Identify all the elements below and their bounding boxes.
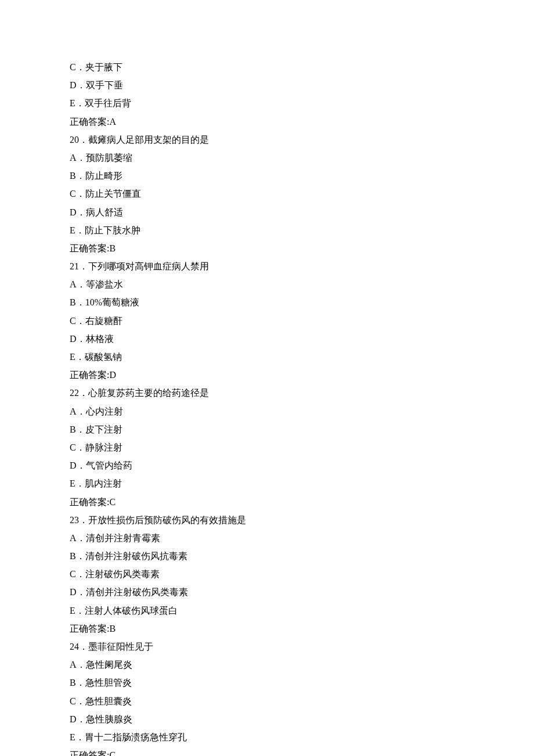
text-line: D．病人舒适 bbox=[70, 203, 464, 221]
text-line: D．急性胰腺炎 bbox=[70, 710, 464, 728]
text-line: C．右旋糖酐 bbox=[70, 312, 464, 330]
text-line: 21．下列哪项对高钾血症病人禁用 bbox=[70, 257, 464, 275]
text-line: A．清创并注射青霉素 bbox=[70, 529, 464, 547]
text-line: C．急性胆囊炎 bbox=[70, 692, 464, 710]
text-line: E．防止下肢水肿 bbox=[70, 221, 464, 239]
text-line: D．林格液 bbox=[70, 330, 464, 348]
document-body: C．夹于腋下D．双手下垂E．双手往后背正确答案:A20．截瘫病人足部用支架的目的… bbox=[70, 58, 464, 756]
text-line: C．静脉注射 bbox=[70, 438, 464, 456]
text-line: B．清创并注射破伤风抗毒素 bbox=[70, 547, 464, 565]
text-line: A．预防肌萎缩 bbox=[70, 149, 464, 167]
text-line: 22．心脏复苏药主要的给药途径是 bbox=[70, 384, 464, 402]
text-line: E．胃十二指肠溃疡急性穿孔 bbox=[70, 728, 464, 746]
text-line: E．碳酸氢钠 bbox=[70, 348, 464, 366]
text-line: 正确答案:C bbox=[70, 493, 464, 511]
text-line: E．肌内注射 bbox=[70, 474, 464, 492]
text-line: 正确答案:B bbox=[70, 239, 464, 257]
text-line: A．心内注射 bbox=[70, 402, 464, 420]
text-line: 23．开放性损伤后预防破伤风的有效措施是 bbox=[70, 511, 464, 529]
text-line: B．防止畸形 bbox=[70, 167, 464, 185]
text-line: 24．墨菲征阳性见于 bbox=[70, 638, 464, 656]
text-line: C．注射破伤风类毒素 bbox=[70, 565, 464, 583]
text-line: 正确答案:A bbox=[70, 113, 464, 131]
text-line: 正确答案:C bbox=[70, 746, 464, 756]
text-line: A．等渗盐水 bbox=[70, 275, 464, 293]
text-line: D．清创并注射破伤风类毒素 bbox=[70, 583, 464, 601]
text-line: 20．截瘫病人足部用支架的目的是 bbox=[70, 131, 464, 149]
text-line: 正确答案:D bbox=[70, 366, 464, 384]
text-line: B．10%葡萄糖液 bbox=[70, 293, 464, 311]
text-line: D．双手下垂 bbox=[70, 76, 464, 94]
text-line: A．急性阑尾炎 bbox=[70, 656, 464, 674]
text-line: E．注射人体破伤风球蛋白 bbox=[70, 602, 464, 620]
text-line: E．双手往后背 bbox=[70, 94, 464, 112]
text-line: 正确答案:B bbox=[70, 620, 464, 638]
text-line: B．急性胆管炎 bbox=[70, 674, 464, 692]
text-line: C．夹于腋下 bbox=[70, 58, 464, 76]
text-line: B．皮下注射 bbox=[70, 420, 464, 438]
text-line: D．气管内给药 bbox=[70, 456, 464, 474]
text-line: C．防止关节僵直 bbox=[70, 185, 464, 203]
